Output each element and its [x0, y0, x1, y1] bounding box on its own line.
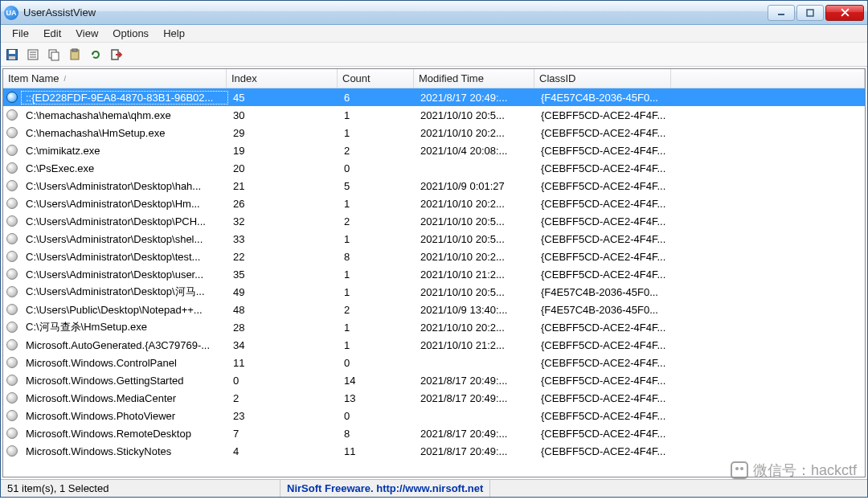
table-row[interactable]: C:\Users\Public\Desktop\Notepad++...4822… — [3, 301, 865, 318]
header-index[interactable]: Index — [227, 69, 338, 88]
table-row[interactable]: Microsoft.Windows.RemoteDesktop782021/8/… — [3, 424, 865, 442]
copy-icon[interactable] — [46, 47, 62, 63]
cell-count: 11 — [339, 445, 416, 457]
table-row[interactable]: C:\Users\Administrator\Desktop\河马...4912… — [3, 283, 865, 301]
cell-index: 26 — [228, 198, 339, 210]
item-icon — [6, 392, 18, 404]
table-row[interactable]: C:\mimikatz.exe1922021/10/4 20:08:...{CE… — [3, 141, 865, 159]
cell-classid: {CEBFF5CD-ACE2-4F4F... — [536, 428, 673, 440]
item-icon — [6, 215, 18, 227]
cell-classid: {CEBFF5CD-ACE2-4F4F... — [536, 251, 673, 263]
clipboard-icon[interactable] — [67, 47, 83, 63]
table-row[interactable]: Microsoft.Windows.PhotoViewer230{CEBFF5C… — [3, 407, 865, 424]
cell-count: 13 — [339, 392, 416, 404]
sort-asc-icon: / — [64, 75, 67, 83]
table-row[interactable]: C:\Users\Administrator\Desktop\PCH...322… — [3, 212, 865, 230]
cell-count: 1 — [339, 198, 416, 210]
header-count[interactable]: Count — [338, 69, 414, 88]
cell-count: 2 — [339, 145, 416, 157]
menu-view[interactable]: View — [69, 26, 104, 41]
cell-item-name: Microsoft.Windows.RemoteDesktop — [21, 428, 228, 440]
table-row[interactable]: ::{ED228FDF-9EA8-4870-83B1-96B02...45620… — [3, 88, 865, 106]
cell-item-name: C:\PsExec.exe — [21, 162, 228, 174]
close-button[interactable] — [825, 5, 864, 21]
table-row[interactable]: C:\Users\Administrator\Desktop\Hm...2612… — [3, 195, 865, 212]
table-row[interactable]: C:\PsExec.exe200{CEBFF5CD-ACE2-4F4F... — [3, 159, 865, 177]
properties-icon[interactable] — [25, 47, 41, 63]
item-icon — [6, 428, 18, 439]
cell-index: 33 — [228, 233, 339, 245]
header-modified-time[interactable]: Modified Time — [414, 69, 534, 88]
item-icon — [6, 286, 18, 297]
exit-icon[interactable] — [108, 47, 125, 63]
cell-classid: {CEBFF5CD-ACE2-4F4F... — [536, 392, 673, 404]
cell-modified-time: 2021/8/17 20:49:... — [416, 92, 536, 104]
cell-classid: {CEBFF5CD-ACE2-4F4F... — [536, 127, 673, 139]
cell-modified-time: 2021/10/10 20:2... — [416, 127, 536, 139]
cell-count: 0 — [339, 162, 416, 174]
cell-count: 1 — [339, 109, 416, 121]
status-count: 51 item(s), 1 Selected — [1, 480, 280, 497]
cell-index: 11 — [228, 357, 339, 369]
cell-modified-time: 2021/8/17 20:49:... — [416, 392, 536, 404]
cell-index: 30 — [228, 109, 339, 121]
status-credit[interactable]: NirSoft Freeware. http://www.nirsoft.net — [280, 480, 490, 497]
menu-edit[interactable]: Edit — [37, 26, 68, 41]
header-classid[interactable]: ClassID — [534, 69, 671, 88]
save-icon[interactable] — [4, 47, 20, 63]
cell-classid: {CEBFF5CD-ACE2-4F4F... — [536, 109, 673, 121]
cell-classid: {CEBFF5CD-ACE2-4F4F... — [536, 357, 673, 369]
statusbar: 51 item(s), 1 Selected NirSoft Freeware.… — [1, 479, 867, 497]
cell-index: 48 — [228, 304, 339, 316]
cell-modified-time: 2021/10/10 20:5... — [416, 215, 536, 227]
cell-count: 0 — [339, 410, 416, 422]
cell-modified-time: 2021/10/10 21:2... — [416, 339, 536, 351]
cell-item-name: C:\hemachasha\HmSetup.exe — [21, 127, 228, 139]
app-window: UA UserAssistView File Edit View Options… — [0, 0, 868, 498]
cell-index: 20 — [228, 162, 339, 174]
item-icon — [6, 357, 18, 368]
cell-classid: {CEBFF5CD-ACE2-4F4F... — [536, 180, 673, 192]
cell-item-name: C:\Users\Administrator\Desktop\test... — [21, 251, 228, 263]
table-row[interactable]: Microsoft.Windows.GettingStarted0142021/… — [3, 371, 865, 389]
listview-body[interactable]: ::{ED228FDF-9EA8-4870-83B1-96B02...45620… — [3, 88, 865, 477]
table-row[interactable]: Microsoft.Windows.ControlPanel110{CEBFF5… — [3, 354, 865, 371]
cell-classid: {F4E57C4B-2036-45F0... — [536, 286, 673, 298]
cell-modified-time: 2021/10/10 20:2... — [416, 251, 536, 263]
item-icon — [6, 410, 18, 421]
minimize-button[interactable] — [768, 5, 795, 21]
cell-count: 5 — [339, 180, 416, 192]
cell-classid: {CEBFF5CD-ACE2-4F4F... — [536, 162, 673, 174]
cell-item-name: Microsoft.Windows.StickyNotes — [21, 445, 228, 457]
table-row[interactable]: C:\hemachasha\HmSetup.exe2912021/10/10 2… — [3, 124, 865, 141]
item-icon — [6, 268, 18, 280]
header-item-name[interactable]: Item Name/ — [3, 69, 227, 88]
cell-classid: {F4E57C4B-2036-45F0... — [536, 92, 673, 104]
table-row[interactable]: Microsoft.Windows.MediaCenter2132021/8/1… — [3, 389, 865, 407]
titlebar[interactable]: UA UserAssistView — [1, 1, 867, 25]
menu-help[interactable]: Help — [157, 26, 191, 41]
menu-file[interactable]: File — [6, 26, 35, 41]
cell-index: 49 — [228, 286, 339, 298]
menu-options[interactable]: Options — [106, 26, 155, 41]
table-row[interactable]: C:\Users\Administrator\Desktop\hah...215… — [3, 177, 865, 195]
cell-index: 2 — [228, 392, 339, 404]
cell-index: 29 — [228, 127, 339, 139]
svg-rect-14 — [72, 49, 77, 51]
table-row[interactable]: Microsoft.Windows.StickyNotes4112021/8/1… — [3, 442, 865, 460]
listview: Item Name/ Index Count Modified Time Cla… — [2, 68, 866, 477]
table-row[interactable]: C:\Users\Administrator\Desktop\user...35… — [3, 265, 865, 283]
cell-item-name: ::{ED228FDF-9EA8-4870-83B1-96B02... — [21, 91, 228, 104]
cell-item-name: C:\Users\Administrator\Desktop\Hm... — [21, 198, 228, 210]
table-row[interactable]: C:\河马查杀\HmSetup.exe2812021/10/10 20:2...… — [3, 318, 865, 336]
maximize-button[interactable] — [796, 5, 824, 21]
table-row[interactable]: C:\hemachasha\hema\qhm.exe3012021/10/10 … — [3, 106, 865, 124]
table-row[interactable]: Microsoft.AutoGenerated.{A3C79769-...341… — [3, 336, 865, 354]
table-row[interactable]: C:\Users\Administrator\Desktop\shel...33… — [3, 230, 865, 248]
refresh-icon[interactable] — [88, 47, 104, 63]
cell-index: 45 — [228, 92, 339, 104]
cell-modified-time: 2021/10/9 0:01:27 — [416, 180, 536, 192]
cell-index: 7 — [228, 428, 339, 440]
cell-count: 0 — [339, 357, 416, 369]
table-row[interactable]: C:\Users\Administrator\Desktop\test...22… — [3, 248, 865, 265]
